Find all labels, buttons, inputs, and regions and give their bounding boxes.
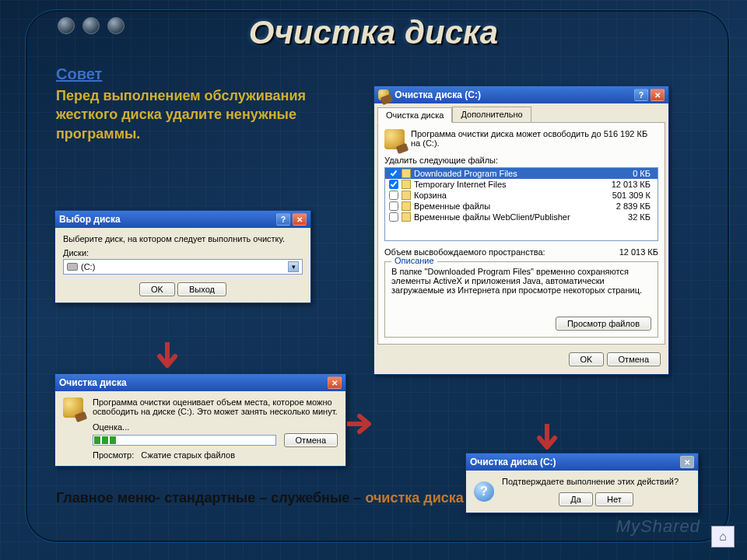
selected-drive: (C:) — [81, 262, 95, 271]
file-row[interactable]: Downloaded Program Files 0 КБ — [385, 168, 658, 179]
tip-heading: Совет — [56, 64, 336, 85]
select-drive-dialog: Выбор диска ? ✕ Выберите диск, на которо… — [54, 210, 311, 303]
file-checkbox[interactable] — [389, 169, 398, 178]
cleanup-icon — [384, 129, 405, 149]
file-icon — [402, 169, 411, 178]
cancel-button[interactable]: Отмена — [607, 352, 661, 366]
drives-label: Диски: — [63, 248, 303, 257]
file-checkbox[interactable] — [389, 201, 398, 211]
view-files-button[interactable]: Просмотр файлов — [556, 317, 651, 331]
scan-title: Очистка диска — [59, 377, 127, 388]
yes-button[interactable]: Да — [559, 492, 593, 506]
confirm-dialog: Очистка диска (C:) ✕ ? Подтверждаете вып… — [465, 453, 699, 513]
file-row[interactable]: Временные файлы WebClient/Publisher 32 К… — [385, 212, 658, 222]
tip-block: Совет Перед выполнением обслуживания жес… — [56, 64, 336, 143]
desc-body: В папке "Downloaded Program Files" време… — [391, 267, 651, 310]
tab-cleanup[interactable]: Очистка диска — [377, 107, 452, 123]
file-size: 12 013 КБ — [593, 180, 655, 189]
close-icon[interactable]: ✕ — [328, 376, 342, 389]
help-icon[interactable]: ? — [634, 89, 648, 101]
file-checkbox[interactable] — [389, 191, 398, 200]
exit-button[interactable]: Выход — [177, 282, 226, 296]
close-icon[interactable]: ✕ — [680, 456, 694, 468]
desc-legend: Описание — [391, 256, 437, 265]
cleanup-icon — [378, 89, 389, 100]
close-icon[interactable]: ✕ — [293, 213, 307, 226]
file-size: 0 КБ — [593, 169, 655, 178]
question-icon: ? — [474, 481, 494, 502]
cleanup-summary: Программа очистки диска может освободить… — [411, 129, 658, 148]
file-row[interactable]: Корзина 501 309 К — [385, 190, 658, 201]
tab-more[interactable]: Дополнительно — [452, 107, 531, 122]
ok-button[interactable]: OK — [139, 282, 175, 296]
file-name: Temporary Internet Files — [414, 180, 593, 189]
home-button[interactable]: ⌂ — [711, 526, 735, 548]
arrow-right-icon — [347, 412, 375, 436]
no-button[interactable]: Нет — [595, 492, 633, 506]
viewing-value: Сжатие старых файлов — [141, 450, 235, 460]
arrow-down-icon — [156, 342, 179, 373]
file-name: Downloaded Program Files — [414, 169, 593, 178]
close-icon[interactable]: ✕ — [651, 89, 665, 101]
cleanup-dialog: Очистка диска (C:) ? ✕ Очистка диска Доп… — [374, 86, 669, 375]
select-prompt: Выберите диск, на котором следует выполн… — [63, 234, 303, 243]
arrow-down-icon — [535, 424, 559, 455]
file-name: Временные файлы — [414, 201, 593, 211]
file-name: Корзина — [414, 191, 593, 200]
file-checkbox[interactable] — [389, 212, 398, 222]
watermark: MyShared — [616, 516, 700, 537]
cleanup-title: Очистка диска (C:) — [395, 89, 481, 100]
scan-dialog: Очистка диска ✕ Программа очистки оценив… — [54, 373, 346, 467]
file-checkbox[interactable] — [389, 180, 398, 189]
file-row[interactable]: Temporary Internet Files 12 013 КБ — [385, 179, 658, 190]
scan-message: Программа очистки оценивает объем места,… — [93, 397, 338, 416]
freed-value: 12 013 КБ — [619, 247, 658, 257]
file-size: 2 839 КБ — [593, 201, 655, 211]
ok-button[interactable]: OK — [569, 352, 605, 366]
page-title: Очистка диска — [0, 14, 747, 51]
file-list[interactable]: Downloaded Program Files 0 КБ Temporary … — [384, 167, 658, 241]
file-size: 501 309 К — [593, 191, 655, 200]
menu-path: Главное меню- стандартные – служебные – … — [56, 490, 464, 506]
progress-bar — [93, 435, 276, 446]
tip-body: Перед выполнением обслуживания жесткого … — [56, 86, 336, 143]
file-icon — [402, 191, 411, 200]
drive-dropdown[interactable]: (C:) ▾ — [63, 259, 303, 275]
confirm-message: Подтверждаете выполнение этих действий? — [502, 477, 690, 486]
help-icon[interactable]: ? — [276, 213, 290, 226]
viewing-label: Просмотр: — [93, 450, 134, 460]
chevron-down-icon[interactable]: ▾ — [288, 261, 299, 272]
file-name: Временные файлы WebClient/Publisher — [414, 212, 593, 222]
file-icon — [402, 212, 411, 222]
file-icon — [402, 180, 411, 189]
file-size: 32 КБ — [593, 212, 655, 222]
cancel-button[interactable]: Отмена — [284, 433, 338, 447]
scan-status: Оценка... — [93, 422, 338, 432]
select-title: Выбор диска — [59, 214, 121, 225]
file-row[interactable]: Временные файлы 2 839 КБ — [385, 201, 658, 212]
disk-icon — [67, 263, 78, 271]
cleanup-icon — [63, 397, 83, 418]
file-icon — [402, 201, 411, 211]
confirm-title: Очистка диска (C:) — [470, 457, 556, 467]
delete-files-label: Удалить следующие файлы: — [384, 156, 658, 165]
